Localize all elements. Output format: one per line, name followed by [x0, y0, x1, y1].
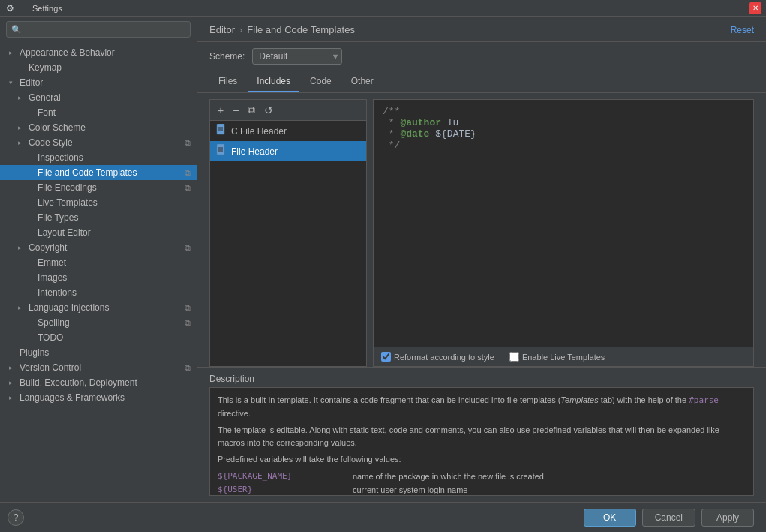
reset-template-button[interactable]: ↺ — [261, 104, 276, 117]
live-templates-checkbox-label[interactable]: Enable Live Templates — [509, 352, 605, 362]
arrow-icon: ▸ — [9, 394, 20, 401]
sidebar-item-file-encodings[interactable]: File Encodings⧉ — [0, 180, 197, 195]
options-row: Reformat according to style Enable Live … — [374, 347, 753, 366]
remove-template-button[interactable]: − — [230, 104, 242, 117]
title-bar: ⚙ Settings ✕ — [0, 0, 766, 17]
sidebar-item-label: Version Control — [20, 362, 182, 373]
sidebar-item-label: Intentions — [38, 287, 191, 298]
tabs: FilesIncludesCodeOther — [197, 71, 766, 93]
copy-icon: ⧉ — [185, 243, 191, 253]
tab-files[interactable]: Files — [209, 71, 246, 92]
search-box[interactable]: 🔍 — [6, 21, 191, 38]
sidebar-item-language-injections[interactable]: ▸Language Injections⧉ — [0, 300, 197, 315]
sidebar-item-label: Images — [38, 272, 191, 283]
copy-icon: ⧉ — [185, 183, 191, 193]
sidebar-item-keymap[interactable]: Keymap — [0, 60, 197, 75]
sidebar-item-label: Copyright — [29, 242, 182, 253]
scheme-select-wrap: DefaultProject ▾ — [252, 48, 342, 65]
sidebar-item-label: Code Style — [29, 137, 182, 148]
sidebar-item-emmet[interactable]: Emmet — [0, 255, 197, 270]
search-input[interactable] — [25, 24, 185, 35]
sidebar-item-code-style[interactable]: ▸Code Style⧉ — [0, 135, 197, 150]
template-item-label: C File Header — [231, 126, 287, 137]
breadcrumb-current: File and Code Templates — [247, 24, 355, 35]
template-toolbar: + − ⧉ ↺ — [210, 100, 366, 121]
description-title: Description — [209, 374, 754, 384]
sidebar-item-font[interactable]: Font — [0, 105, 197, 120]
sidebar-tree: ▸Appearance & BehaviorKeymap▾Editor▸Gene… — [0, 42, 197, 502]
tab-code[interactable]: Code — [301, 71, 341, 92]
sidebar-item-label: Live Templates — [38, 197, 191, 208]
sidebar-item-intentions[interactable]: Intentions — [0, 285, 197, 300]
sidebar-item-label: Keymap — [29, 62, 191, 73]
reformat-checkbox-label[interactable]: Reformat according to style — [381, 352, 494, 362]
breadcrumb: Editor › File and Code Templates — [209, 24, 355, 35]
breadcrumb-editor: Editor — [209, 24, 235, 35]
panel-header: Editor › File and Code Templates Reset — [197, 17, 766, 42]
ok-button[interactable]: OK — [584, 509, 636, 527]
copy-icon: ⧉ — [185, 318, 191, 328]
close-button[interactable]: ✕ — [749, 2, 761, 14]
sidebar-item-general[interactable]: ▸General — [0, 90, 197, 105]
sidebar-item-inspections[interactable]: Inspections — [0, 150, 197, 165]
arrow-icon: ▸ — [18, 244, 29, 251]
cancel-button[interactable]: Cancel — [642, 509, 695, 527]
tab-other[interactable]: Other — [342, 71, 383, 92]
sidebar-item-images[interactable]: Images — [0, 270, 197, 285]
sidebar-item-plugins[interactable]: Plugins — [0, 345, 197, 360]
sidebar-item-editor[interactable]: ▾Editor — [0, 75, 197, 90]
arrow-icon: ▸ — [18, 304, 29, 311]
sidebar-item-label: TODO — [38, 332, 191, 343]
template-area: + − ⧉ ↺ C File HeaderFile Header /** * @… — [197, 93, 766, 367]
sidebar-item-spelling[interactable]: Spelling⧉ — [0, 315, 197, 330]
settings-icon: ⚙ — [6, 3, 14, 14]
right-panel: Editor › File and Code Templates Reset S… — [197, 17, 766, 502]
sidebar: 🔍 ▸Appearance & BehaviorKeymap▾Editor▸Ge… — [0, 17, 197, 502]
sidebar-item-label: General — [29, 92, 191, 103]
sidebar-item-label: File Types — [38, 212, 191, 223]
copy-icon: ⧉ — [185, 303, 191, 313]
template-file-icon — [216, 144, 227, 158]
sidebar-item-appearance[interactable]: ▸Appearance & Behavior — [0, 45, 197, 60]
sidebar-item-file-types[interactable]: File Types — [0, 210, 197, 225]
sidebar-item-file-and-code-templates[interactable]: File and Code Templates⧉ — [0, 165, 197, 180]
sidebar-item-copyright[interactable]: ▸Copyright⧉ — [0, 240, 197, 255]
sidebar-item-languages-frameworks[interactable]: ▸Languages & Frameworks — [0, 390, 197, 405]
sidebar-item-build-execution[interactable]: ▸Build, Execution, Deployment — [0, 375, 197, 390]
sidebar-item-todo[interactable]: TODO — [0, 330, 197, 345]
arrow-icon: ▸ — [18, 139, 29, 146]
main-content: 🔍 ▸Appearance & BehaviorKeymap▾Editor▸Ge… — [0, 17, 766, 502]
code-editor[interactable]: /** * @author lu * @date ${DATE} */ — [374, 100, 753, 347]
arrow-icon: ▾ — [9, 79, 20, 86]
sidebar-item-layout-editor[interactable]: Layout Editor — [0, 225, 197, 240]
apply-button[interactable]: Apply — [701, 509, 754, 527]
sidebar-item-label: File Encodings — [38, 182, 182, 193]
sidebar-item-label: Plugins — [20, 347, 191, 358]
scheme-select[interactable]: DefaultProject — [252, 48, 342, 65]
tab-includes[interactable]: Includes — [248, 71, 299, 92]
reset-button[interactable]: Reset — [731, 25, 754, 35]
help-button[interactable]: ? — [8, 509, 24, 526]
dialog: 🔍 ▸Appearance & BehaviorKeymap▾Editor▸Ge… — [0, 17, 766, 532]
sidebar-item-live-templates[interactable]: Live Templates — [0, 195, 197, 210]
scheme-label: Scheme: — [209, 51, 245, 62]
live-templates-checkbox[interactable] — [509, 352, 519, 362]
template-item-c-file-header[interactable]: C File Header — [210, 121, 366, 141]
sidebar-item-label: Appearance & Behavior — [20, 47, 191, 58]
sidebar-item-version-control[interactable]: ▸Version Control⧉ — [0, 360, 197, 375]
sidebar-item-label: Languages & Frameworks — [20, 392, 191, 403]
sidebar-item-label: Language Injections — [29, 302, 182, 313]
bottom-bar: ? OK Cancel Apply — [0, 502, 766, 532]
template-item-file-header[interactable]: File Header — [210, 141, 366, 161]
reformat-checkbox[interactable] — [381, 352, 391, 362]
sidebar-item-label: File and Code Templates — [38, 167, 182, 178]
template-list: + − ⧉ ↺ C File HeaderFile Header — [209, 99, 367, 367]
arrow-icon: ▸ — [18, 94, 29, 101]
copy-template-button[interactable]: ⧉ — [245, 103, 258, 117]
title-label: Settings — [32, 4, 62, 13]
add-template-button[interactable]: + — [215, 104, 227, 117]
template-item-label: File Header — [231, 146, 278, 157]
sidebar-item-label: Layout Editor — [38, 227, 191, 238]
sidebar-item-label: Emmet — [38, 257, 191, 268]
sidebar-item-color-scheme[interactable]: ▸Color Scheme — [0, 120, 197, 135]
